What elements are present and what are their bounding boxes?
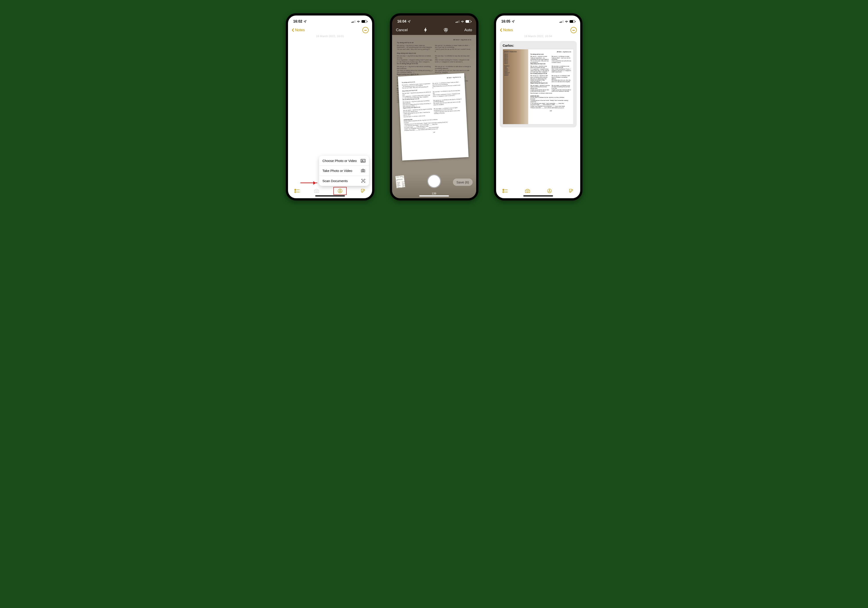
flash-icon[interactable]: [423, 28, 428, 32]
menu-take-photo[interactable]: Take Photo or Video: [319, 166, 369, 175]
navigation-icon: [512, 20, 515, 23]
last-scan-thumbnail[interactable]: 88 Verb + -ing form or toTry doing and t…: [395, 175, 406, 189]
shutter-button[interactable]: [427, 174, 441, 188]
navigation-icon: [304, 20, 307, 23]
screen-scanner: 16:04 Cancel Auto 88 Verb + -ing form or…: [390, 13, 478, 200]
scanned-attachment[interactable]: Carlos: ДИАЛОГ. ГРАММАТИКАКарина:Карлос:…: [500, 41, 577, 127]
scanner-toolbar: Cancel Auto: [392, 25, 476, 35]
camera-icon[interactable]: [314, 189, 319, 193]
home-indicator: [419, 195, 449, 196]
checklist-icon[interactable]: [294, 189, 300, 193]
more-button[interactable]: •••: [570, 27, 577, 33]
more-button[interactable]: •••: [363, 27, 369, 33]
markup-icon[interactable]: [338, 189, 343, 193]
markup-icon[interactable]: [547, 189, 552, 193]
battery-icon: [465, 20, 471, 23]
wifi-icon: [356, 20, 360, 23]
wifi-icon: [565, 20, 568, 23]
svg-point-17: [527, 190, 529, 192]
book-right-page: 88 Verb + -ing form or toTry doing and t…: [528, 50, 574, 124]
note-datestamp: 18 March 2022, 16:01: [288, 34, 372, 38]
signal-icon: [352, 20, 355, 23]
markup-highlight: [333, 187, 347, 195]
viewfinder[interactable]: 88 Verb + -ing form or toTry doing and t…: [392, 35, 476, 198]
chevron-left-icon: [291, 28, 294, 32]
back-button[interactable]: Notes: [291, 28, 305, 32]
screen-notes-menu: 16:02 Notes ••• 18 March 2022, 16:01 Cho…: [286, 13, 374, 200]
camera-icon[interactable]: [525, 189, 530, 193]
menu-scan-documents[interactable]: Scan Documents: [319, 175, 369, 186]
pointer-arrow: [301, 183, 317, 183]
checklist-icon[interactable]: [502, 189, 508, 193]
back-label: Notes: [295, 28, 305, 32]
photo-icon: [361, 159, 366, 162]
home-indicator: [315, 195, 345, 196]
home-indicator: [523, 195, 553, 196]
scanned-image: ДИАЛОГ. ГРАММАТИКАКарина:Карлос:Карина:К…: [503, 49, 574, 124]
scan-mode-button[interactable]: Auto: [465, 28, 472, 32]
camera-icon: [361, 169, 366, 173]
svg-point-6: [294, 191, 296, 193]
attachment-menu: Choose Photo or Video Take Photo or Vide…: [319, 156, 369, 186]
menu-label: Scan Documents: [322, 179, 348, 183]
battery-icon: [361, 20, 367, 23]
note-datestamp: 18 March 2022, 16:04: [496, 34, 580, 38]
svg-point-15: [503, 191, 504, 193]
signal-icon: [456, 20, 459, 23]
save-button[interactable]: Save (6): [453, 179, 473, 186]
compose-icon[interactable]: [360, 188, 366, 193]
svg-rect-3: [363, 180, 364, 182]
menu-label: Take Photo or Video: [322, 169, 352, 173]
menu-label: Choose Photo or Video: [322, 159, 357, 162]
menu-choose-photo[interactable]: Choose Photo or Video: [319, 156, 369, 166]
note-body[interactable]: Carlos: ДИАЛОГ. ГРАММАТИКАКарина:Карлос:…: [496, 38, 580, 198]
back-label: Notes: [503, 28, 513, 32]
battery-icon: [570, 20, 575, 23]
attachment-title: Carlos:: [503, 43, 574, 47]
screen-notes-result: 16:05 Notes ••• 18 March 2022, 16:04 Car…: [494, 13, 583, 200]
status-time: 16:04: [397, 20, 406, 23]
page-number: 139: [432, 192, 436, 195]
filter-icon[interactable]: [443, 28, 448, 32]
back-button[interactable]: Notes: [500, 28, 513, 32]
signal-icon: [560, 20, 563, 23]
nav-bar: Notes •••: [288, 25, 372, 35]
wifi-icon: [461, 20, 464, 23]
status-time: 16:02: [293, 20, 302, 23]
cancel-button[interactable]: Cancel: [396, 28, 408, 32]
status-bar: 16:04: [392, 15, 476, 25]
chevron-left-icon: [500, 28, 502, 32]
status-bar: 16:05: [496, 15, 580, 25]
status-time: 16:05: [501, 20, 510, 23]
book-left-page: ДИАЛОГ. ГРАММАТИКАКарина:Карлос:Карина:К…: [503, 50, 528, 124]
scan-icon: [361, 179, 366, 183]
compose-icon[interactable]: [569, 188, 574, 193]
detected-document: 88 Verb + -ing form or toTry doing and t…: [398, 73, 468, 160]
svg-point-8: [316, 190, 318, 192]
svg-point-2: [362, 170, 363, 172]
nav-bar: Notes •••: [496, 25, 580, 35]
status-bar: 16:02: [288, 15, 372, 25]
navigation-icon: [408, 20, 411, 23]
